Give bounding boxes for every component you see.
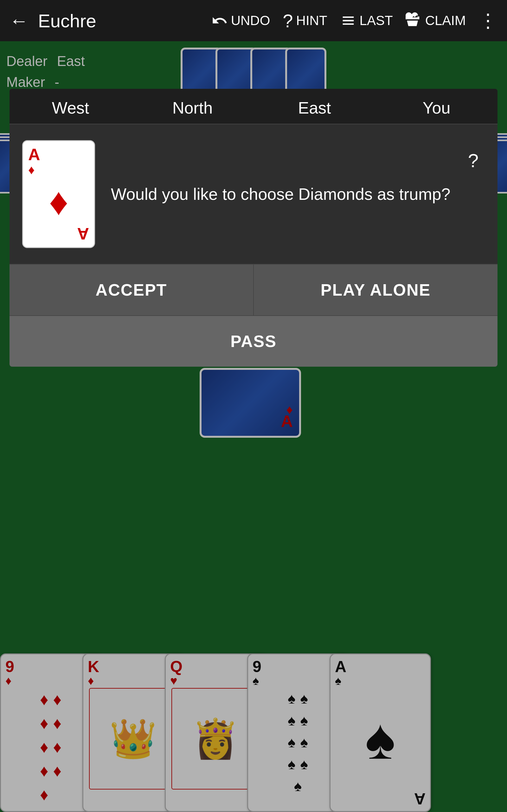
- play-alone-button[interactable]: PLAY ALONE: [254, 264, 498, 315]
- top-bar: ← Euchre UNDO ? HINT LAST CLAIM ⋮: [0, 0, 507, 41]
- back-button[interactable]: ←: [9, 10, 29, 32]
- you-indicator: ?: [468, 150, 478, 171]
- west-position: West: [9, 98, 131, 117]
- last-button[interactable]: LAST: [340, 12, 393, 29]
- dialog-buttons: ACCEPT PLAY ALONE: [9, 264, 498, 315]
- undo-button[interactable]: UNDO: [211, 12, 270, 29]
- trump-dialog: West North East You ? A ♦ ♦ A Would you …: [9, 89, 498, 367]
- dialog-body: ? A ♦ ♦ A Would you like to choose Diamo…: [9, 124, 498, 264]
- card-rank-top: A: [28, 146, 89, 163]
- main-game-area: Dealer East Maker - We They: [0, 41, 507, 812]
- card-center-suit: ♦: [28, 177, 89, 225]
- dialog-question-text: Would you like to choose Diamonds as tru…: [111, 183, 485, 206]
- hint-button[interactable]: ? HINT: [283, 10, 327, 32]
- top-actions: UNDO ? HINT LAST CLAIM ⋮: [211, 9, 498, 32]
- dialog-overlay: West North East You ? A ♦ ♦ A Would you …: [0, 41, 507, 812]
- card-rank-bottom: A: [28, 225, 89, 242]
- north-position: North: [131, 98, 253, 117]
- east-position: East: [253, 98, 376, 117]
- pass-button[interactable]: PASS: [9, 315, 498, 367]
- claim-button[interactable]: CLAIM: [406, 12, 466, 29]
- trump-card: A ♦ ♦ A: [22, 140, 95, 248]
- player-header: West North East You: [9, 89, 498, 124]
- accept-button[interactable]: ACCEPT: [9, 264, 254, 315]
- you-position: You: [376, 98, 498, 117]
- card-suit-top: ♦: [28, 163, 89, 177]
- app-title: Euchre: [38, 10, 96, 32]
- more-button[interactable]: ⋮: [478, 9, 498, 32]
